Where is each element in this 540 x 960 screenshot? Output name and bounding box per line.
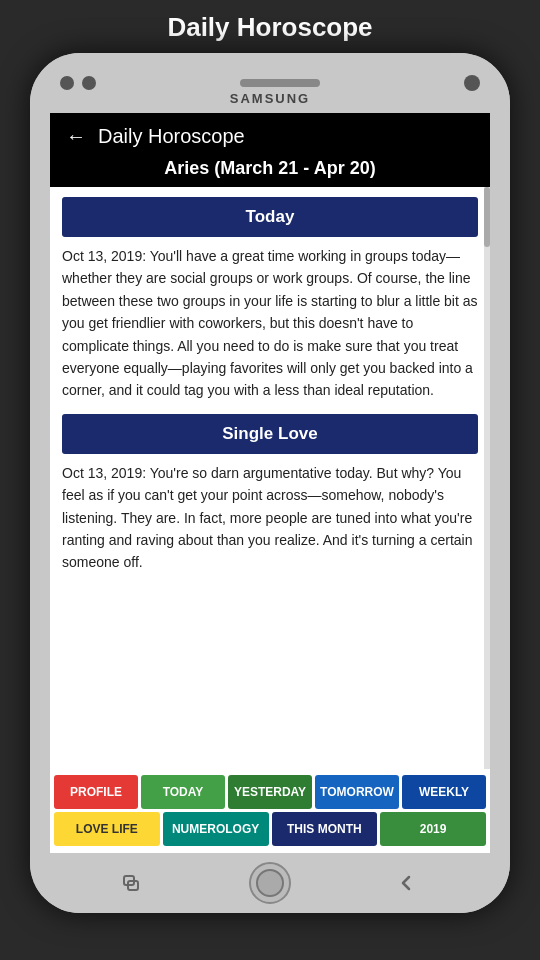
camera-dot-2 (82, 76, 96, 90)
content-area: Today Oct 13, 2019: You'll have a great … (50, 187, 490, 769)
nav-weekly[interactable]: WEEKLY (402, 775, 486, 809)
recent-apps-icon[interactable] (120, 873, 148, 893)
phone-screen: ← Daily Horoscope Aries (March 21 - Apr … (50, 113, 490, 853)
nav-tomorrow[interactable]: TOMORROW (315, 775, 399, 809)
scrollbar-thumb[interactable] (484, 187, 490, 247)
zodiac-subtitle: Aries (March 21 - Apr 20) (66, 158, 474, 179)
camera-group (60, 76, 96, 90)
speaker-bar (240, 79, 320, 87)
app-header-row: ← Daily Horoscope (66, 125, 474, 148)
back-button[interactable]: ← (66, 125, 86, 148)
samsung-label: SAMSUNG (30, 91, 510, 106)
single-love-text: Oct 13, 2019: You're so darn argumentati… (62, 462, 478, 574)
nav-today[interactable]: TODAY (141, 775, 225, 809)
back-hardware-icon[interactable] (392, 873, 420, 893)
app-header: ← Daily Horoscope Aries (March 21 - Apr … (50, 113, 490, 187)
phone-bottom-bar (30, 853, 510, 913)
home-button-inner (256, 869, 284, 897)
home-button[interactable] (249, 862, 291, 904)
nav-row-2: LOVE LIFE NUMEROLOGY THIS MONTH 2019 (54, 812, 486, 846)
nav-profile[interactable]: PROFILE (54, 775, 138, 809)
camera-dot-1 (60, 76, 74, 90)
page-title: Daily Horoscope (0, 0, 540, 53)
today-header: Today (62, 197, 478, 237)
phone-frame: SAMSUNG ← Daily Horoscope Aries (March 2… (30, 53, 510, 913)
single-love-header: Single Love (62, 414, 478, 454)
nav-love-life[interactable]: LOVE LIFE (54, 812, 160, 846)
nav-2019[interactable]: 2019 (380, 812, 486, 846)
today-text: Oct 13, 2019: You'll have a great time w… (62, 245, 478, 402)
app-header-title: Daily Horoscope (98, 125, 245, 148)
nav-row-1: PROFILE TODAY YESTERDAY TOMORROW WEEKLY (54, 775, 486, 809)
bottom-nav: PROFILE TODAY YESTERDAY TOMORROW WEEKLY … (50, 769, 490, 853)
nav-this-month[interactable]: THIS MONTH (272, 812, 378, 846)
screen-wrapper: Daily Horoscope SAMSUNG ← Daily Horoscop… (0, 0, 540, 960)
nav-numerology[interactable]: NUMEROLOGY (163, 812, 269, 846)
front-camera (464, 75, 480, 91)
scrollbar-track[interactable] (484, 187, 490, 769)
nav-yesterday[interactable]: YESTERDAY (228, 775, 312, 809)
